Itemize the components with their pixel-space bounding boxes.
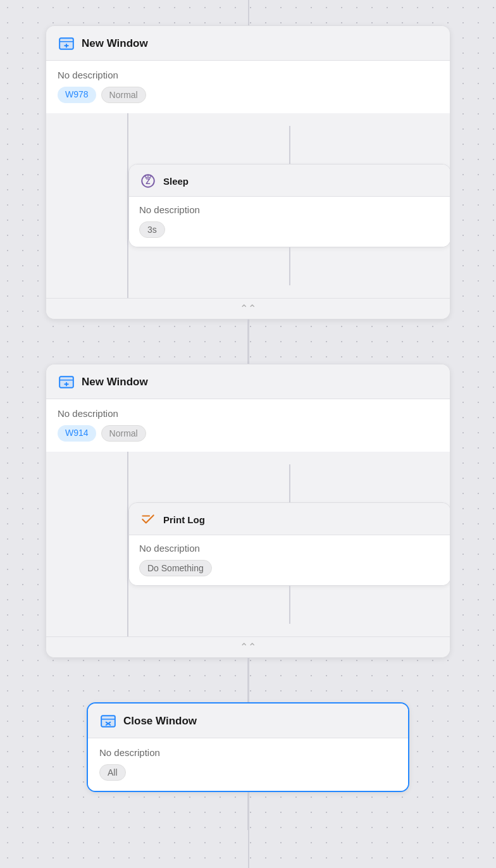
card-new-window-2[interactable]: New Window No description W914 Normal [46, 364, 450, 658]
sub-card-print-title: Print Log [163, 514, 205, 525]
sub-section-right-2: Print Log No description Do Something [128, 452, 450, 636]
svg-line-8 [151, 176, 151, 177]
sub-card-print-desc: No description [139, 543, 440, 554]
content-area: New Window No description W978 Normal [0, 0, 496, 868]
card-body-2: No description W914 Normal [46, 399, 450, 452]
svg-line-9 [145, 176, 146, 177]
sub-card-print-header: Print Log [129, 503, 450, 535]
card-footer-1[interactable]: ⌃⌃ [46, 298, 450, 319]
close-window-icon [99, 712, 117, 730]
connector-between-1-2 [247, 319, 249, 364]
close-window-wrapper: Close Window No description All [46, 702, 450, 792]
connector-bottom-1 [289, 247, 290, 285]
sub-section-left-1 [46, 113, 128, 298]
card-header-3: Close Window [88, 704, 408, 738]
sleep-icon: Z [139, 172, 157, 190]
sub-card-sleep[interactable]: Z Sleep No description 3s [128, 164, 450, 247]
badge-do-something[interactable]: Do Something [139, 560, 212, 576]
connector-bottom-final [247, 792, 249, 830]
card-body-1: No description W978 Normal [46, 60, 450, 113]
badge-w978[interactable]: W978 [58, 87, 96, 103]
card-close-window[interactable]: Close Window No description All [87, 702, 409, 792]
connector-top-1 [289, 126, 290, 164]
sub-section-1: Z Sleep No description 3s [46, 113, 450, 298]
svg-text:Z: Z [146, 177, 150, 186]
card-title-1: New Window [82, 37, 148, 50]
sub-card-sleep-body: No description 3s [129, 196, 450, 247]
badge-w914[interactable]: W914 [58, 425, 96, 442]
card-desc-2: No description [58, 408, 438, 419]
card-title-2: New Window [82, 376, 148, 388]
card-title-3: Close Window [123, 715, 197, 728]
new-window-icon [58, 35, 75, 53]
badge-row-2: W914 Normal [58, 425, 438, 442]
sub-section-2: Print Log No description Do Something [46, 452, 450, 636]
card-desc-3: No description [99, 747, 397, 758]
sub-card-print-body: No description Do Something [129, 535, 450, 585]
badge-3s[interactable]: 3s [139, 221, 165, 238]
sub-card-sleep-header: Z Sleep [129, 164, 450, 196]
sub-card-print-log[interactable]: Print Log No description Do Something [128, 502, 450, 586]
card-header-1: New Window [46, 26, 450, 60]
collapse-icon-2: ⌃⌃ [240, 642, 256, 652]
print-log-icon [139, 511, 157, 528]
card-desc-1: No description [58, 70, 438, 80]
sub-section-right-1: Z Sleep No description 3s [128, 113, 450, 298]
sub-badge-row-print: Do Something [139, 560, 440, 576]
card-body-3: No description All [88, 738, 408, 791]
card-header-2: New Window [46, 364, 450, 399]
sub-card-sleep-title: Sleep [163, 176, 189, 187]
sub-card-sleep-desc: No description [139, 204, 440, 215]
connector-between-2-3 [247, 658, 249, 702]
connector-top-2 [289, 464, 290, 502]
new-window-icon-2 [58, 373, 75, 391]
sub-badge-row-sleep: 3s [139, 221, 440, 238]
svg-rect-16 [101, 716, 115, 726]
badge-normal-1[interactable]: Normal [101, 87, 146, 103]
collapse-icon-1: ⌃⌃ [240, 304, 256, 314]
card-footer-2[interactable]: ⌃⌃ [46, 636, 450, 657]
badge-row-1: W978 Normal [58, 87, 438, 103]
sub-section-left-2 [46, 452, 128, 636]
connector-bottom-2 [289, 586, 290, 624]
card-new-window-1[interactable]: New Window No description W978 Normal [46, 25, 450, 319]
badge-row-3: All [99, 764, 397, 781]
badge-normal-2[interactable]: Normal [101, 425, 146, 442]
badge-all[interactable]: All [99, 764, 126, 781]
